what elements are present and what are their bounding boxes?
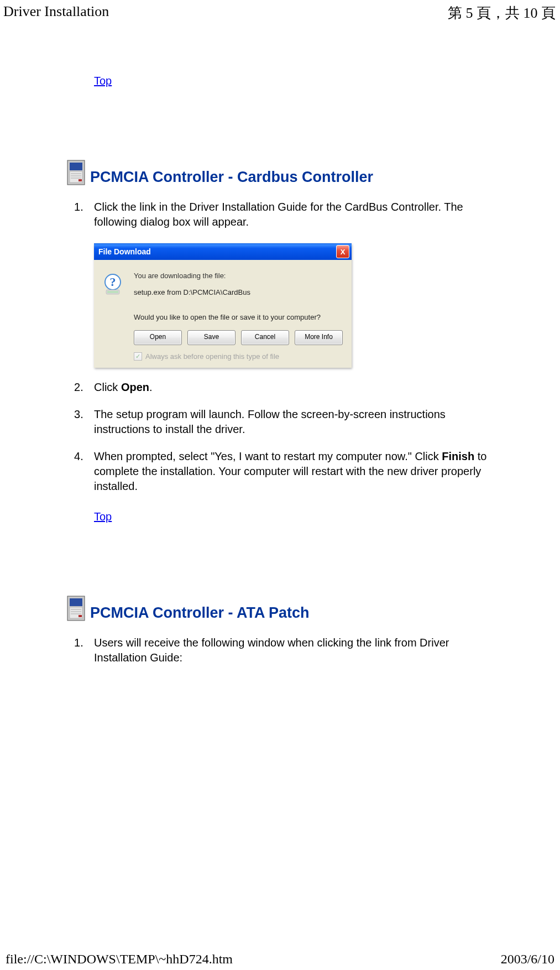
- step-text: Click the link in the Driver Installatio…: [94, 201, 463, 228]
- page-footer: file://C:\WINDOWS\TEMP\~hhD724.htm 2003/…: [0, 948, 560, 970]
- header-left: Driver Installation: [3, 3, 109, 23]
- step-1: Users will receive the following window …: [74, 635, 494, 665]
- header-right: 第 5 頁，共 10 頁: [448, 3, 556, 23]
- file-download-dialog: File Download X ?: [94, 243, 352, 368]
- always-ask-checkbox[interactable]: ✓: [134, 352, 142, 361]
- section-heading-cardbus: PCMCIA Controller - Cardbus Controller: [66, 159, 494, 186]
- more-info-button[interactable]: More Info: [295, 330, 343, 345]
- top-link[interactable]: Top: [94, 75, 494, 87]
- step-text: The setup program will launch. Follow th…: [94, 408, 446, 435]
- svg-rect-17: [78, 615, 82, 617]
- cancel-button[interactable]: Cancel: [241, 330, 289, 345]
- open-button[interactable]: Open: [134, 330, 182, 345]
- page-header: Driver Installation 第 5 頁，共 10 頁: [0, 0, 560, 25]
- steps-list-ata: Users will receive the following window …: [74, 635, 494, 665]
- close-button[interactable]: X: [336, 245, 349, 258]
- dialog-screenshot: File Download X ?: [94, 243, 494, 368]
- pcmcia-card-icon: [66, 159, 86, 186]
- svg-rect-1: [70, 163, 82, 170]
- section-title-ata: PCMCIA Controller - ATA Patch: [90, 604, 310, 622]
- footer-left: file://C:\WINDOWS\TEMP\~hhD724.htm: [6, 952, 233, 967]
- top-link[interactable]: Top: [94, 510, 494, 523]
- dialog-titlebar: File Download X: [94, 243, 352, 260]
- step-3: The setup program will launch. Follow th…: [74, 407, 494, 437]
- svg-text:?: ?: [110, 275, 116, 289]
- step-4: When prompted, select "Yes, I want to re…: [74, 449, 494, 494]
- step-2: Click Open.: [74, 380, 494, 395]
- checkbox-label: Always ask before opening this type of f…: [145, 352, 279, 362]
- dialog-line2: setup.exe from D:\PCMCIA\CardBus: [134, 288, 345, 298]
- dialog-line1: You are downloading the file:: [134, 271, 345, 281]
- svg-rect-6: [78, 179, 82, 181]
- dialog-question: Would you like to open the file or save …: [134, 312, 345, 322]
- step-text-bold: Open: [121, 381, 149, 393]
- save-button[interactable]: Save: [187, 330, 235, 345]
- step-text: Users will receive the following window …: [94, 637, 449, 664]
- step-text-prefix: When prompted, select "Yes, I want to re…: [94, 450, 442, 462]
- svg-rect-12: [70, 598, 82, 606]
- pcmcia-card-icon: [66, 595, 86, 622]
- question-icon: ?: [101, 271, 125, 361]
- section-heading-ata: PCMCIA Controller - ATA Patch: [66, 595, 494, 622]
- dialog-title: File Download: [98, 247, 151, 257]
- step-1: Click the link in the Driver Installatio…: [74, 200, 494, 368]
- step-text-bold: Finish: [442, 450, 474, 462]
- step-text-suffix: .: [149, 381, 153, 393]
- steps-list-cardbus: Click the link in the Driver Installatio…: [74, 200, 494, 494]
- step-text-prefix: Click: [94, 381, 121, 393]
- section-title-cardbus: PCMCIA Controller - Cardbus Controller: [90, 169, 373, 186]
- footer-right: 2003/6/10: [501, 952, 554, 967]
- svg-rect-10: [107, 291, 118, 293]
